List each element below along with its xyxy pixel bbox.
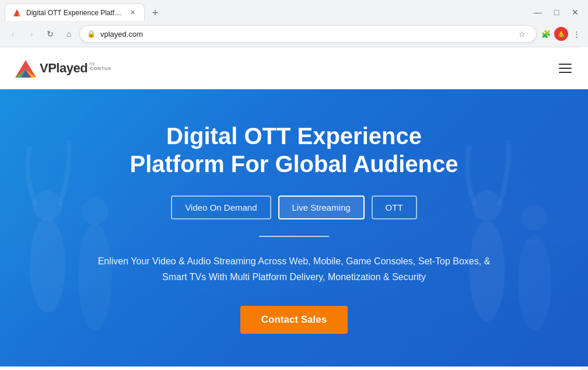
page-content: VPlayed by CONTUS <box>0 47 588 366</box>
hamburger-line-3 <box>559 72 572 73</box>
website-header: VPlayed by CONTUS <box>0 47 588 89</box>
hero-btn-live-streaming[interactable]: Live Streaming <box>278 196 365 219</box>
home-button[interactable]: ⌂ <box>61 26 77 42</box>
logo-by-text: by <box>90 61 111 66</box>
logo-vplayed-text: VPlayed <box>40 61 88 76</box>
address-bar[interactable]: 🔒 vplayed.com ☆ <box>79 25 537 43</box>
active-tab[interactable]: Digital OTT Experience Platform ✕ <box>5 4 145 21</box>
hero-buttons: Video On Demand Live Streaming OTT <box>171 196 416 219</box>
hero-title: Digital OTT Experience Platform For Glob… <box>130 122 458 178</box>
address-actions: ☆ <box>515 27 529 41</box>
hamburger-line-2 <box>559 68 572 69</box>
hero-divider <box>259 236 329 237</box>
tab-favicon <box>12 8 22 18</box>
browser-tabs: Digital OTT Experience Platform ✕ + <box>5 4 163 21</box>
hamburger-menu[interactable] <box>556 61 574 75</box>
hamburger-line-1 <box>559 64 572 65</box>
refresh-button[interactable]: ↻ <box>42 26 58 42</box>
profile-button[interactable] <box>554 27 568 41</box>
tab-title: Digital OTT Experience Platform <box>26 9 123 17</box>
hero-description: Enliven Your Video & Audio Streaming Acr… <box>90 253 498 285</box>
header-nav[interactable] <box>556 61 574 75</box>
browser-chrome: Digital OTT Experience Platform ✕ + — □ … <box>0 0 588 47</box>
hero-btn-ott[interactable]: OTT <box>372 196 417 219</box>
more-menu-button[interactable]: ⋮ <box>569 27 583 41</box>
maximize-button[interactable]: □ <box>548 4 565 20</box>
extensions-button[interactable]: 🧩 <box>539 27 553 41</box>
vplayed-logo-icon <box>14 58 37 79</box>
url-text: vplayed.com <box>100 30 510 39</box>
lock-icon: 🔒 <box>87 30 96 38</box>
logo-brand-text: CONTUS <box>90 66 111 71</box>
contact-sales-button[interactable]: Contact Sales <box>240 306 348 334</box>
back-button[interactable]: ‹ <box>5 26 21 42</box>
close-button[interactable]: ✕ <box>567 4 583 20</box>
browser-right-buttons: 🧩 ⋮ <box>539 27 583 41</box>
logo-area[interactable]: VPlayed by CONTUS <box>14 58 111 79</box>
bookmark-button[interactable]: ☆ <box>515 27 529 41</box>
new-tab-button[interactable]: + <box>147 5 163 21</box>
hero-section: Digital OTT Experience Platform For Glob… <box>0 89 588 366</box>
forward-button[interactable]: › <box>23 26 40 42</box>
tab-close-button[interactable]: ✕ <box>128 8 137 18</box>
profile-icon <box>557 30 565 38</box>
window-controls: — □ ✕ <box>530 4 583 20</box>
hero-btn-vod[interactable]: Video On Demand <box>171 196 271 219</box>
browser-titlebar: Digital OTT Experience Platform ✕ + — □ … <box>0 0 588 21</box>
browser-addressbar: ‹ › ↻ ⌂ 🔒 vplayed.com ☆ 🧩 <box>0 21 588 47</box>
minimize-button[interactable]: — <box>530 4 546 20</box>
